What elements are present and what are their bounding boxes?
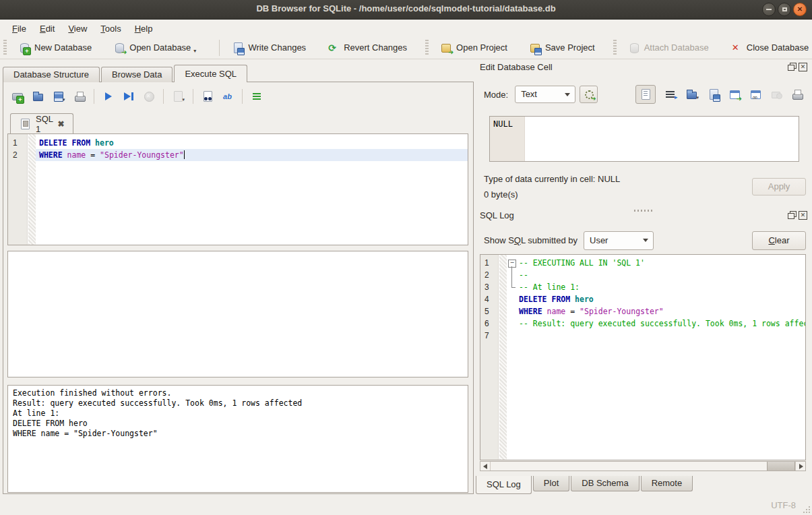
log-horizontal-scrollbar[interactable]: [480, 461, 806, 471]
line-number: 6: [480, 317, 499, 330]
open-database-button[interactable]: Open Database▾: [108, 39, 201, 57]
splitter-handle[interactable]: [3, 380, 473, 384]
close-panel-icon[interactable]: ✕: [799, 63, 807, 71]
window-title: DB Browser for SQLite - /home/user/code/…: [0, 3, 812, 13]
message-line: Result: query executed successfully. Too…: [13, 398, 463, 408]
log-line: 4DELETE FROM hero: [480, 293, 805, 305]
sql-log-dock-header: SQL Log ✕: [480, 210, 807, 222]
editor-line: 2WHERE name = "Spider-Youngster": [8, 149, 468, 161]
line-number: 2: [8, 149, 28, 161]
gear-icon: [583, 88, 595, 100]
tab-sql-1[interactable]: SQL 1 ✖: [10, 113, 73, 133]
message-line: WHERE name = "Spider-Youngster": [13, 429, 463, 439]
fold-marker-icon: [507, 281, 518, 293]
set-as-button[interactable]: [580, 86, 598, 103]
menu-bar: FileEditViewToolsHelp: [0, 20, 812, 36]
tab-database-structure[interactable]: Database Structure: [3, 67, 100, 82]
text-mode-toggle[interactable]: [635, 85, 656, 104]
float-panel-icon[interactable]: [788, 211, 797, 220]
sql-log-view[interactable]: 1-- EXECUTING ALL IN 'SQL 1'2--3-- At li…: [480, 254, 806, 460]
close-tab-icon[interactable]: ✖: [58, 119, 65, 129]
scroll-right-arrow-icon[interactable]: [795, 462, 805, 471]
app-window: DB Browser for SQLite - /home/user/code/…: [0, 0, 812, 515]
minimize-icon[interactable]: [762, 3, 776, 16]
remove-button: [770, 88, 782, 100]
message-line: DELETE FROM hero: [13, 419, 463, 429]
copy-link-icon: [749, 88, 761, 100]
menu-file[interactable]: File: [5, 22, 33, 35]
fold-margin: [507, 305, 518, 317]
mode-select[interactable]: Text: [515, 86, 575, 103]
new-tab-icon[interactable]: [11, 90, 24, 102]
log-line: 1-- EXECUTING ALL IN 'SQL 1': [480, 257, 805, 269]
revert-changes-icon: [327, 42, 340, 54]
close-panel-icon[interactable]: ✕: [799, 211, 807, 220]
log-line: 7: [480, 330, 805, 342]
print-icon[interactable]: [73, 90, 86, 102]
sql-editor-toolbar: ▾▾: [11, 88, 263, 105]
menu-help[interactable]: Help: [128, 22, 160, 35]
close-icon[interactable]: ✕: [793, 3, 807, 16]
scrollbar-track[interactable]: [491, 462, 795, 471]
line-number: 1: [480, 257, 499, 269]
dock-tab-db-schema[interactable]: DB Schema: [571, 476, 639, 491]
dock-tab-sql-log[interactable]: SQL Log: [476, 476, 532, 494]
open-external-button[interactable]: [728, 88, 741, 100]
print-button[interactable]: [791, 88, 803, 100]
cell-size-info: 0 byte(s): [484, 189, 518, 200]
float-panel-icon[interactable]: [788, 63, 797, 71]
open-sql-file-icon[interactable]: [32, 90, 44, 102]
text-mode-icon: [639, 88, 652, 100]
maximize-icon[interactable]: [778, 3, 791, 16]
splitter-handle[interactable]: [3, 246, 473, 250]
log-line: 2--: [480, 269, 805, 281]
attach-database-icon: [628, 42, 640, 54]
tab-browse-data[interactable]: Browse Data: [101, 67, 173, 82]
find-icon[interactable]: [201, 90, 214, 102]
open-project-button[interactable]: Open Project: [435, 39, 513, 57]
edit-cell-title: Edit Database Cell: [480, 62, 553, 72]
dropdown-arrow-icon: ▾: [193, 48, 196, 54]
window-controls: ✕: [762, 3, 807, 16]
export-data-button[interactable]: [708, 88, 720, 100]
sql-editor[interactable]: 1DELETE FROM hero2WHERE name = "Spider-Y…: [7, 133, 468, 245]
menu-edit[interactable]: Edit: [33, 22, 61, 35]
message-line: Execution finished without errors.: [13, 388, 463, 398]
log-filter-select[interactable]: User: [584, 231, 654, 250]
format-icon[interactable]: [251, 90, 263, 102]
sql-log-controls: Show SQL submitted by User Clear: [484, 231, 806, 250]
save-sql-file-icon[interactable]: ▾: [52, 90, 65, 102]
cell-editor[interactable]: NULL: [489, 116, 799, 162]
word-wrap-button[interactable]: [664, 88, 677, 100]
line-number: 5: [480, 305, 499, 317]
toolbar-grip: [3, 40, 7, 56]
open-database-icon: [113, 42, 125, 54]
menu-tools[interactable]: Tools: [94, 22, 127, 35]
resize-grip[interactable]: [803, 506, 811, 514]
log-line: 6-- Result: query executed successfully.…: [480, 317, 805, 330]
splitter-handle[interactable]: [475, 202, 812, 208]
main-tab-widget: Database StructureBrowse DataExecute SQL…: [3, 65, 474, 497]
revert-changes-button[interactable]: Revert Changes: [322, 39, 412, 57]
dock-tab-remote[interactable]: Remote: [641, 476, 693, 491]
write-changes-button[interactable]: Write Changes: [226, 39, 311, 57]
text-cursor: [184, 150, 185, 159]
line-number: 3: [480, 281, 499, 293]
copy-link-button[interactable]: [749, 88, 761, 100]
save-project-button[interactable]: Save Project: [524, 39, 600, 57]
execute-line-icon[interactable]: [123, 90, 135, 102]
print-icon: [791, 88, 803, 100]
import-data-button[interactable]: ▾: [685, 88, 699, 100]
new-database-button[interactable]: New Database: [13, 39, 97, 57]
dock-tab-plot[interactable]: Plot: [533, 476, 569, 491]
log-filter-value: User: [590, 235, 608, 245]
tab-execute-sql[interactable]: Execute SQL: [174, 65, 247, 82]
execute-all-icon[interactable]: [102, 90, 115, 102]
scrollbar-thumb[interactable]: [767, 462, 795, 471]
write-changes-icon: [232, 42, 244, 54]
close-database-button[interactable]: Close Database: [725, 39, 812, 57]
menu-view[interactable]: View: [61, 22, 94, 35]
clear-log-button[interactable]: Clear: [752, 231, 806, 250]
replace-icon[interactable]: [222, 90, 234, 102]
scroll-left-arrow-icon[interactable]: [480, 462, 491, 471]
